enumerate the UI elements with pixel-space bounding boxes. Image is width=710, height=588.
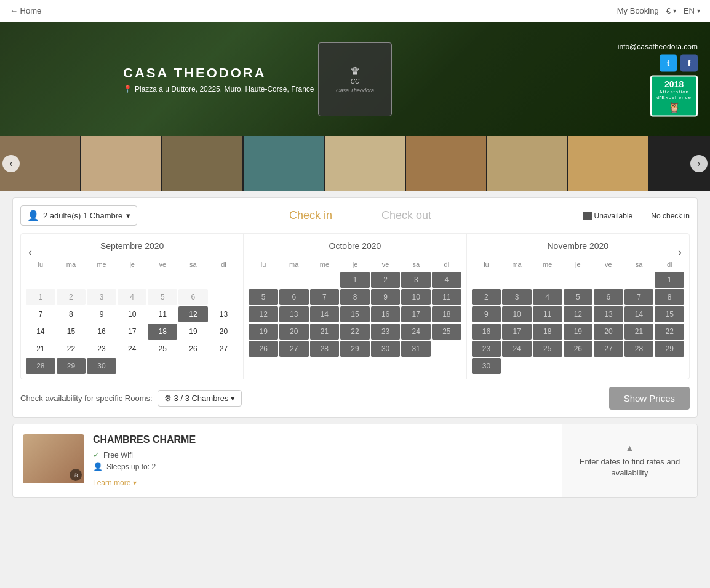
day-header: lu <box>249 258 278 271</box>
day-cell-24[interactable]: 24 <box>118 341 147 357</box>
show-prices-button[interactable]: Show Prices <box>609 387 690 410</box>
day-cell-empty <box>26 272 55 288</box>
day-cell-empty <box>178 272 208 288</box>
language-value: EN <box>684 6 695 15</box>
booking-panel: 👤 2 adulte(s) 1 Chambre ▾ Check in Check… <box>12 197 698 418</box>
guest-selector[interactable]: 👤 2 adulte(s) 1 Chambre ▾ <box>20 205 137 226</box>
day-cell-29: 29 <box>340 341 370 357</box>
day-cell-9[interactable]: 9 <box>87 306 116 322</box>
day-cell-5: 5 <box>564 289 593 305</box>
unavailable-legend: Unavailable <box>583 212 633 220</box>
day-cell-27[interactable]: 27 <box>209 341 239 357</box>
day-cell-empty <box>594 272 623 288</box>
day-header: ma <box>502 258 532 271</box>
day-cell-6: 6 <box>594 289 623 305</box>
day-cell-23: 23 <box>472 341 501 357</box>
day-cell-20: 20 <box>594 324 623 340</box>
day-cell-15: 15 <box>340 306 370 322</box>
checkin-label: Check in <box>289 209 332 222</box>
day-cell-28: 28 <box>624 341 654 357</box>
day-cell-empty <box>533 358 562 374</box>
learn-more-link[interactable]: Learn more ▾ <box>93 479 552 487</box>
gallery-image-7[interactable] <box>487 136 567 191</box>
day-cell-25[interactable]: 25 <box>148 341 177 357</box>
booking-top-row: 👤 2 adulte(s) 1 Chambre ▾ Check in Check… <box>20 205 690 226</box>
day-cell-23[interactable]: 23 <box>87 341 116 357</box>
day-cell-1: 1 <box>655 272 684 288</box>
day-cell-23: 23 <box>371 324 401 340</box>
gallery-image-2[interactable] <box>81 136 161 191</box>
day-header: je <box>118 258 147 271</box>
unavailable-box <box>583 212 592 220</box>
room-name: CHAMBRES CHARME <box>93 434 552 445</box>
day-cell-17[interactable]: 17 <box>118 324 147 340</box>
day-cell-14[interactable]: 14 <box>26 324 55 340</box>
day-cell-5: 5 <box>148 289 177 305</box>
room-thumbnail: ⊕ <box>23 434 84 483</box>
twitter-icon[interactable]: t <box>660 54 677 71</box>
day-cell-1: 1 <box>340 272 370 288</box>
calendar-next-button[interactable]: › <box>673 244 687 261</box>
day-cell-empty <box>209 272 239 288</box>
day-cell-8[interactable]: 8 <box>57 306 86 322</box>
day-cell-3: 3 <box>502 289 532 305</box>
gallery-image-3[interactable] <box>162 136 242 191</box>
room-count-dropdown[interactable]: ⚙ 3 / 3 Chambres ▾ <box>158 390 242 407</box>
day-cell-12: 12 <box>249 306 278 322</box>
day-cell-16[interactable]: 16 <box>87 324 116 340</box>
wifi-check-icon: ✓ <box>93 450 100 459</box>
gallery-next-button[interactable]: › <box>690 155 708 172</box>
gallery-image-5[interactable] <box>325 136 405 191</box>
day-cell-26[interactable]: 26 <box>178 341 208 357</box>
room-right-section: ▲ Enter dates to find rates and availabi… <box>562 424 697 497</box>
day-cell-13[interactable]: 13 <box>209 306 239 322</box>
day-cell-12: 12 <box>178 306 208 322</box>
day-header: je <box>564 258 593 271</box>
day-header: sa <box>178 258 208 271</box>
day-cell-16: 16 <box>472 324 501 340</box>
language-dropdown[interactable]: EN ▾ <box>684 6 700 15</box>
language-chevron-icon: ▾ <box>697 7 700 14</box>
day-header: lu <box>472 258 501 271</box>
day-cell-26: 26 <box>564 341 593 357</box>
day-cell-empty <box>472 272 501 288</box>
day-cell-19: 19 <box>249 324 278 340</box>
learn-more-chevron-icon: ▾ <box>133 479 137 487</box>
tripadvisor-line1: Attestation <box>656 89 692 94</box>
top-navigation: ← Home My Booking € ▾ EN ▾ <box>0 0 710 22</box>
calendar-prev-button[interactable]: ‹ <box>23 244 37 261</box>
booking-bottom-row: Check availability for specific Rooms: ⚙… <box>20 387 690 410</box>
calendar-month-2: Octobre 2020lumamejevesadi12345678910111… <box>243 234 466 379</box>
day-cell-empty <box>209 289 239 305</box>
day-cell-19[interactable]: 19 <box>178 324 208 340</box>
day-cell-10: 10 <box>502 306 532 322</box>
day-cell-9: 9 <box>472 306 501 322</box>
day-cell-2: 2 <box>472 289 501 305</box>
gallery-image-8[interactable] <box>568 136 648 191</box>
day-cell-30: 30 <box>472 358 501 374</box>
gallery-image-4[interactable] <box>244 136 324 191</box>
day-cell-9: 9 <box>371 289 401 305</box>
day-cell-20: 20 <box>279 324 309 340</box>
gallery-prev-button[interactable]: ‹ <box>2 155 20 172</box>
day-cell-10[interactable]: 10 <box>118 306 147 322</box>
day-cell-5: 5 <box>249 289 278 305</box>
back-home-link[interactable]: ← Home <box>10 6 41 15</box>
day-cell-11[interactable]: 11 <box>148 306 177 322</box>
my-booking-link[interactable]: My Booking <box>617 6 659 15</box>
day-cell-empty <box>209 358 239 374</box>
day-cell-4: 4 <box>432 272 461 288</box>
day-cell-29: 29 <box>655 341 684 357</box>
facebook-icon[interactable]: f <box>680 54 698 71</box>
day-cell-15[interactable]: 15 <box>57 324 86 340</box>
expand-icon[interactable]: ⊕ <box>70 469 82 481</box>
day-header: sa <box>624 258 654 271</box>
day-cell-21[interactable]: 21 <box>26 341 55 357</box>
day-cell-11: 11 <box>432 289 461 305</box>
gallery-image-6[interactable] <box>406 136 486 191</box>
day-cell-20[interactable]: 20 <box>209 324 239 340</box>
currency-dropdown[interactable]: € ▾ <box>666 6 676 15</box>
day-cell-22[interactable]: 22 <box>57 341 86 357</box>
day-cell-30: 30 <box>371 341 401 357</box>
day-cell-7[interactable]: 7 <box>26 306 55 322</box>
